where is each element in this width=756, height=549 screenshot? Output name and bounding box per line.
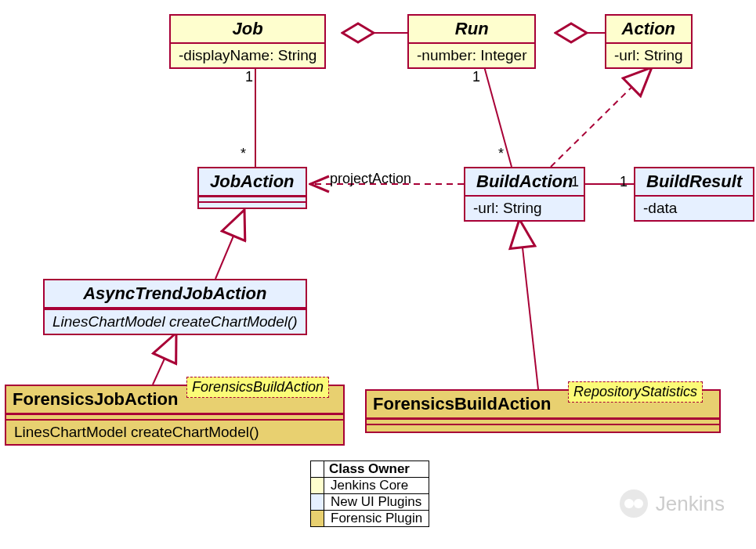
legend-title: Class Owner <box>324 461 414 477</box>
label-projectaction: projectAction <box>330 171 411 187</box>
class-title: Run <box>409 16 534 44</box>
class-attr: -url: String <box>606 44 691 67</box>
mult-run-star: * <box>498 146 504 162</box>
class-attr: -data <box>635 197 753 220</box>
legend-box: Class Owner Jenkins Core New UI Plugins … <box>310 461 429 527</box>
wechat-icon <box>620 489 648 518</box>
class-jobaction: JobAction <box>197 167 307 209</box>
class-op: LinesChartModel createChartModel() <box>45 310 306 334</box>
class-run: Run -number: Integer <box>407 14 536 69</box>
note-repositorystatistics: RepositoryStatistics <box>568 381 703 403</box>
class-attr: -url: String <box>465 197 584 220</box>
class-title: BuildAction <box>465 168 584 197</box>
class-buildaction: BuildAction -url: String <box>464 167 585 222</box>
mult-br-one: 1 <box>620 174 628 190</box>
mult-job-one: 1 <box>245 69 253 85</box>
svg-line-8 <box>153 333 176 385</box>
class-job: Job -displayName: String <box>169 14 326 69</box>
mult-ba-one: 1 <box>571 174 579 190</box>
class-title: Action <box>606 16 691 44</box>
class-op: LinesChartModel createChartModel() <box>6 421 343 444</box>
mult-job-star: * <box>241 146 246 162</box>
legend-swatch-core <box>311 478 324 493</box>
class-attr: -number: Integer <box>409 44 534 67</box>
class-title: AsyncTrendJobAction <box>45 280 306 309</box>
svg-line-4 <box>551 67 652 167</box>
class-buildresult: BuildResult -data <box>634 167 754 222</box>
class-title: Job <box>171 16 324 44</box>
legend-swatch-newui <box>311 494 324 510</box>
watermark-text: Jenkins <box>656 492 725 516</box>
legend-label: Jenkins Core <box>324 478 414 493</box>
legend-label: Forensic Plugin <box>324 511 429 526</box>
svg-line-9 <box>519 219 538 389</box>
note-forensicsbuildaction: ForensicsBuildAction <box>186 377 329 398</box>
legend-label: New UI Plugins <box>324 494 428 510</box>
class-title: JobAction <box>199 168 306 197</box>
mult-run-one: 1 <box>472 69 480 85</box>
watermark: Jenkins <box>620 489 725 518</box>
class-attr: -displayName: String <box>171 44 324 67</box>
class-title: BuildResult <box>635 168 753 197</box>
class-action: Action -url: String <box>605 14 693 69</box>
legend-swatch-forensic <box>311 511 324 526</box>
svg-line-7 <box>215 210 244 279</box>
legend-swatch-header <box>311 461 324 477</box>
class-asynctrendjobaction: AsyncTrendJobAction LinesChartModel crea… <box>43 279 307 335</box>
